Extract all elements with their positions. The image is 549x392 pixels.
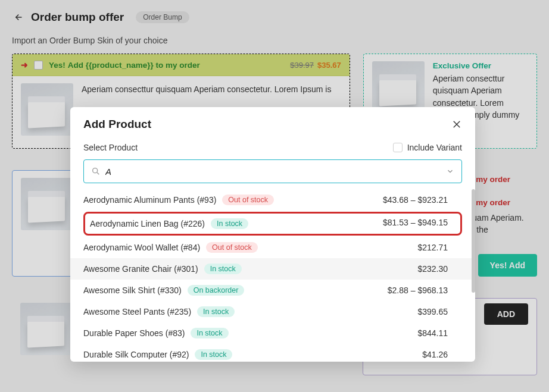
list-item[interactable]: Awesome Granite Chair (#301)In stock$232…	[70, 258, 475, 280]
list-item[interactable]: Aerodynamic Wool Wallet (#84)Out of stoc…	[70, 237, 475, 258]
product-price: $43.68 – $923.21	[383, 195, 462, 205]
product-name: Durable Silk Computer (#92)	[83, 350, 189, 359]
stock-badge: Out of stock	[206, 242, 258, 253]
product-price: $844.11	[417, 328, 462, 338]
stock-badge: In stock	[195, 349, 232, 360]
stock-badge: In stock	[191, 328, 228, 338]
scrollbar[interactable]	[472, 189, 475, 362]
svg-point-3	[93, 168, 98, 173]
list-item[interactable]: Aerodynamic Aluminum Pants (#93)Out of s…	[70, 189, 475, 211]
include-variant-checkbox[interactable]	[393, 143, 403, 152]
product-price: $212.71	[417, 243, 462, 252]
list-item[interactable]: Durable Paper Shoes (#83)In stock$844.11	[70, 322, 475, 344]
product-name: Awesome Silk Shirt (#330)	[83, 286, 182, 295]
product-price: $41.26	[422, 350, 462, 359]
include-variant-label: Include Variant	[407, 143, 462, 152]
close-icon[interactable]	[451, 119, 462, 130]
stock-badge: In stock	[204, 264, 242, 274]
product-price: $81.53 – $949.15	[383, 218, 448, 227]
product-name: Awesome Steel Pants (#235)	[83, 307, 191, 316]
list-item[interactable]: Awesome Silk Shirt (#330)On backorder$2.…	[70, 280, 475, 301]
svg-line-4	[97, 173, 99, 174]
list-item[interactable]: Awesome Steel Pants (#235)In stock$399.6…	[70, 301, 475, 322]
product-search[interactable]	[83, 159, 462, 183]
chevron-down-icon[interactable]	[446, 167, 454, 175]
product-name: Aerodynamic Linen Bag (#226)	[90, 219, 205, 228]
stock-badge: On backorder	[188, 285, 245, 296]
product-price: $399.65	[417, 307, 462, 316]
stock-badge: Out of stock	[222, 195, 274, 205]
modal-title: Add Product	[83, 118, 451, 131]
add-product-modal: Add Product Select Product Include Varia…	[70, 107, 475, 362]
product-name: Awesome Granite Chair (#301)	[83, 264, 198, 274]
product-list: Aerodynamic Aluminum Pants (#93)Out of s…	[70, 189, 475, 362]
product-name: Aerodynamic Wool Wallet (#84)	[83, 243, 200, 252]
product-price: $2.88 – $968.13	[388, 286, 462, 295]
stock-badge: In stock	[197, 306, 235, 317]
product-price: $232.30	[417, 264, 462, 274]
search-input[interactable]	[105, 167, 441, 177]
product-name: Aerodynamic Aluminum Pants (#93)	[83, 195, 216, 205]
product-name: Durable Paper Shoes (#83)	[83, 328, 185, 338]
select-product-label: Select Product	[83, 143, 393, 152]
search-icon	[91, 167, 101, 176]
stock-badge: In stock	[211, 218, 248, 229]
list-item[interactable]: Durable Silk Computer (#92)In stock$41.2…	[70, 344, 475, 362]
